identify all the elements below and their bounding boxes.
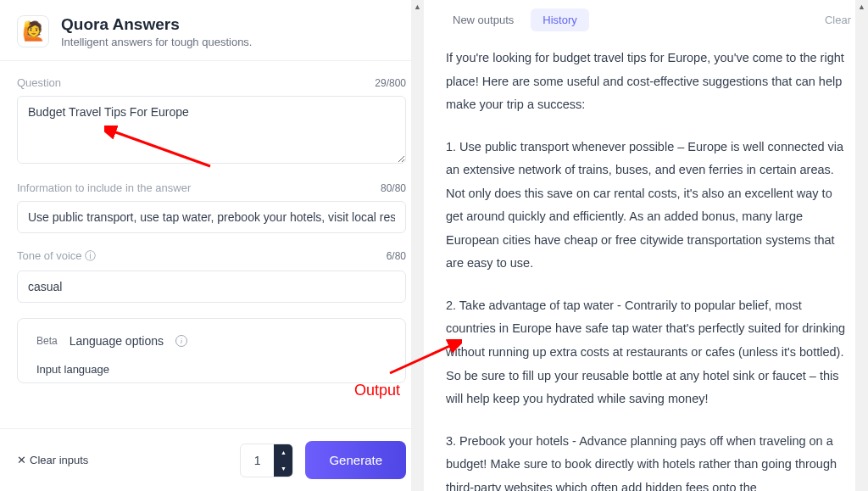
output-paragraph: 3. Prebook your hotels - Advance plannin… [446,430,846,491]
info-label: Information to include in the answer [17,181,191,194]
tab-new-outputs[interactable]: New outputs [441,8,526,31]
quantity-value: 1 [241,445,275,476]
language-options-box: Beta Language options i Input language [17,318,406,383]
tone-label: Tone of voice ⓘ [17,248,96,264]
right-scrollbar[interactable]: ▲ [855,0,868,491]
output-paragraph: 2. Take advantage of tap water - Contrar… [446,294,846,411]
clear-inputs-button[interactable]: ✕ Clear inputs [17,454,88,466]
quantity-up-button[interactable]: ▲ [274,444,292,460]
app-title: Quora Answers [61,15,252,34]
app-icon: 🙋 [17,15,49,47]
info-counter: 80/80 [381,182,406,194]
app-header: 🙋 Quora Answers Intelligent answers for … [0,0,423,61]
generate-button[interactable]: Generate [305,441,406,479]
tone-counter: 6/80 [387,250,406,262]
output-content: If you're looking for budget travel tips… [424,40,868,491]
beta-badge: Beta [36,335,58,347]
clear-outputs-button[interactable]: Clear [825,14,851,26]
clear-inputs-label: Clear inputs [30,454,88,466]
output-tabs: New outputs History Clear [424,0,868,40]
question-counter: 29/800 [375,77,406,89]
output-paragraph: 1. Use public transport whenever possibl… [446,136,846,276]
output-paragraph: If you're looking for budget travel tips… [446,47,846,117]
tab-history[interactable]: History [531,8,588,31]
question-label: Question [17,76,61,89]
footer-bar: ✕ Clear inputs 1 ▲ ▼ Generate [0,428,423,491]
quantity-down-button[interactable]: ▼ [274,460,292,477]
close-icon: ✕ [17,454,26,466]
info-input[interactable] [17,201,406,233]
scroll-up-icon: ▲ [411,0,424,13]
app-subtitle: Intelligent answers for tough questions. [61,36,252,48]
input-language-label: Input language [36,363,387,376]
language-options-title: Language options [70,334,164,348]
form-area: Question 29/800 Budget Travel Tips For E… [0,61,423,428]
scroll-up-icon: ▲ [855,0,868,13]
tone-input[interactable] [17,271,406,303]
question-input[interactable]: Budget Travel Tips For Europe [17,96,406,164]
quantity-stepper[interactable]: 1 ▲ ▼ [240,444,294,477]
left-scrollbar[interactable]: ▲ [411,0,424,491]
info-icon[interactable]: i [175,335,187,347]
